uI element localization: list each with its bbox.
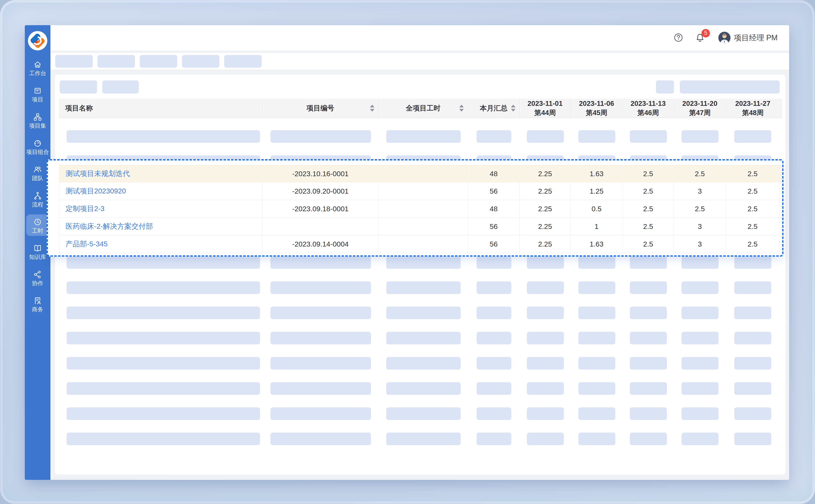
skeleton-cell xyxy=(682,307,719,319)
skeleton-cell xyxy=(578,281,616,294)
skeleton-cell xyxy=(477,307,511,319)
skeleton-cell xyxy=(630,332,667,344)
cell-month-total: 48 xyxy=(468,200,520,217)
filter-placeholder[interactable] xyxy=(680,80,780,93)
cell-week-45: 1 xyxy=(571,218,623,235)
content-area: 项目名称项目编号全项目工时本月汇总2023-11-01第44周2023-11-0… xyxy=(50,70,789,480)
skeleton-cell xyxy=(386,382,461,395)
cell-month-total: 48 xyxy=(468,165,520,182)
home-icon xyxy=(33,60,42,69)
skeleton-cell xyxy=(67,307,260,319)
column-header-code[interactable]: 项目编号 xyxy=(263,99,379,118)
skeleton-cell xyxy=(578,407,616,420)
sidebar-item-project-set[interactable]: 项目集 xyxy=(26,109,49,131)
sidebar-item-team[interactable]: 团队 xyxy=(26,162,49,183)
column-label: 2023-11-20 xyxy=(682,99,718,108)
user-menu[interactable]: 项目经理 PM xyxy=(718,32,778,44)
project-link[interactable]: 测试项目20230920 xyxy=(66,186,126,196)
skeleton-row xyxy=(59,351,782,376)
filter-bar xyxy=(55,75,785,99)
skeleton-cell xyxy=(734,357,771,370)
tab-placeholder[interactable] xyxy=(55,55,93,68)
sidebar-item-business[interactable]: 商务 xyxy=(26,293,49,315)
filter-placeholder[interactable] xyxy=(60,80,97,93)
column-label: 全项目工时 xyxy=(406,104,440,113)
skeleton-cell xyxy=(682,130,719,143)
cell-name: 定制项目2-3 xyxy=(59,200,263,217)
cell-code: -2023.09.20-0001 xyxy=(263,182,379,200)
sort-caret[interactable] xyxy=(459,105,464,112)
sidebar-item-label: 商务 xyxy=(32,307,43,312)
cell-week-47: 3 xyxy=(674,218,726,235)
skeleton-row xyxy=(59,376,782,401)
project-link[interactable]: 测试项目未规划迭代 xyxy=(66,169,130,179)
cell-week-47: 2.5 xyxy=(674,165,726,182)
skeleton-cell xyxy=(578,130,616,143)
skeleton-cell xyxy=(527,256,564,269)
cell-week-46: 2.5 xyxy=(623,235,674,253)
sidebar-item-flow[interactable]: 流程 xyxy=(26,188,49,210)
caret-down-icon xyxy=(370,109,375,112)
cell-week-45: 0.5 xyxy=(571,200,623,217)
sidebar-item-label: 项目 xyxy=(32,97,43,102)
skeleton-cell xyxy=(271,130,371,143)
flow-icon xyxy=(33,191,42,200)
sort-caret[interactable] xyxy=(370,105,375,112)
cell-total-hours xyxy=(379,218,468,235)
project-link[interactable]: 定制项目2-3 xyxy=(66,204,104,214)
sidebar-item-workbench[interactable]: 工作台 xyxy=(26,57,49,78)
cell-week-44: 2.25 xyxy=(520,218,571,235)
cell-month-total: 56 xyxy=(468,182,520,200)
column-header-week-46: 2023-11-13第46周 xyxy=(623,99,674,118)
sort-caret[interactable] xyxy=(511,105,515,112)
cell-week-47: 3 xyxy=(674,182,726,200)
project-link[interactable]: 产品部-5-345 xyxy=(66,239,108,249)
skeleton-cell xyxy=(527,332,564,344)
tab-placeholder[interactable] xyxy=(97,55,135,68)
sidebar-item-label: 项目集 xyxy=(29,123,46,129)
top-bar: 5 项目经理 PM xyxy=(50,25,789,50)
column-header-month-total[interactable]: 本月汇总 xyxy=(468,99,520,118)
cell-name: 医药临床-2-解决方案交付部 xyxy=(59,218,263,235)
skeleton-cell xyxy=(67,382,260,395)
filter-placeholder[interactable] xyxy=(102,80,139,93)
tab-placeholder[interactable] xyxy=(224,55,262,68)
project-link[interactable]: 医药临床-2-解决方案交付部 xyxy=(66,222,153,231)
skeleton-cell xyxy=(271,407,371,420)
sidebar-item-collaboration[interactable]: 协作 xyxy=(26,267,49,288)
skeleton-cell xyxy=(477,332,511,344)
caret-down-icon xyxy=(511,109,515,112)
skeleton-cell xyxy=(67,433,260,445)
skeleton-cell xyxy=(682,332,719,344)
app-logo-icon xyxy=(28,31,48,51)
skeleton-cell xyxy=(477,357,511,370)
help-button[interactable] xyxy=(674,33,683,43)
sidebar-item-label: 团队 xyxy=(32,176,43,181)
cell-code: -2023.09.18-0001 xyxy=(263,200,379,217)
app-window: 工作台项目项目集项目组合团队流程工时知识库协作商务 xyxy=(25,25,789,480)
filter-placeholder[interactable] xyxy=(656,80,674,93)
tab-placeholder[interactable] xyxy=(140,55,177,68)
avatar xyxy=(718,32,731,44)
cell-week-45: 1.63 xyxy=(571,165,623,182)
skeleton-cell xyxy=(527,407,564,420)
cell-week-48: 2.5 xyxy=(726,235,780,253)
skeleton-cell xyxy=(477,433,511,445)
skeleton-cell xyxy=(578,256,616,269)
column-header-week-45: 2023-11-06第45周 xyxy=(571,99,623,118)
sidebar-item-project[interactable]: 项目 xyxy=(26,83,49,105)
project-icon xyxy=(33,86,42,95)
sidebar-nav: 工作台项目项目集项目组合团队流程工时知识库协作商务 xyxy=(26,57,49,319)
skeleton-cell xyxy=(630,357,667,370)
table-row: 测试项目20230920-2023.09.20-0001562.251.252.… xyxy=(59,182,782,200)
tab-placeholder[interactable] xyxy=(182,55,220,68)
column-header-total-hours[interactable]: 全项目工时 xyxy=(379,99,468,118)
sidebar-item-hours[interactable]: 工时 xyxy=(26,214,49,236)
column-header-week-47: 2023-11-20第47周 xyxy=(674,99,726,118)
cell-month-total: 56 xyxy=(468,235,520,253)
sidebar-item-portfolio[interactable]: 项目组合 xyxy=(26,136,49,157)
sidebar-item-knowledge[interactable]: 知识库 xyxy=(26,241,49,262)
column-sublabel: 第47周 xyxy=(689,108,711,117)
table-row: 产品部-5-345-2023.09.14-0004562.251.632.532… xyxy=(59,235,782,253)
cell-total-hours xyxy=(379,182,468,200)
